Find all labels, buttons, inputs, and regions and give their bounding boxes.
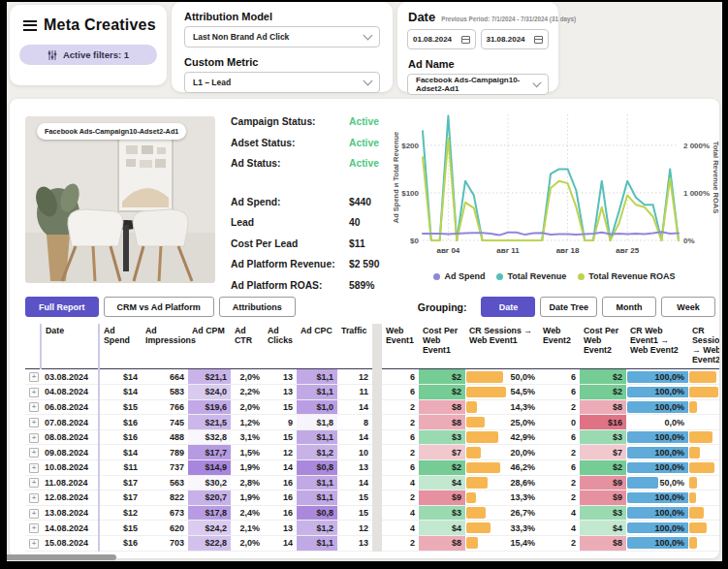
table-cell-cost1: $7 — [419, 445, 465, 460]
expand-row-icon[interactable]: + — [29, 478, 39, 488]
table-cell-cpm: $32,8 — [188, 429, 231, 445]
pane-divider — [372, 475, 382, 490]
table-cell-crw: 100,0% — [626, 369, 688, 385]
table-cell-clicks: 13 — [264, 385, 297, 400]
legend-item-ad-spend[interactable]: Ad Spend — [433, 271, 485, 281]
status-badge: Active — [349, 158, 394, 169]
stat-row: Ad Platform Revenue:$2 590 — [231, 259, 394, 280]
table-cell-we1: 2 — [382, 490, 419, 506]
table-row: +04.08.2024$14583$24,02,2%13$1,1116$254,… — [25, 385, 719, 400]
tab-attributions[interactable]: Attributions — [219, 297, 296, 317]
attribution-model-select[interactable]: Last Non Brand Ad Click — [184, 26, 380, 47]
table-cell-crw: 100,0% — [626, 551, 688, 552]
cell-value: 100,0% — [654, 492, 684, 502]
grouping-week[interactable]: Week — [661, 297, 715, 317]
expand-row-icon[interactable]: + — [29, 418, 39, 427]
table-cell-crw: 100,0% — [626, 460, 688, 476]
expand-row-icon[interactable]: + — [29, 372, 39, 382]
active-filters-chip[interactable]: Active filters: 1 — [19, 45, 157, 65]
expand-row-icon[interactable]: + — [29, 402, 39, 412]
svg-text:2 000%: 2 000% — [683, 142, 710, 150]
legend-dot — [496, 273, 503, 280]
stat-row: Ad Spend:$440 — [231, 197, 394, 218]
cell-value: 100,0% — [654, 432, 684, 442]
value-bar — [466, 492, 476, 504]
table-cell-we2: 2 — [539, 551, 580, 552]
date-label: Date — [408, 10, 435, 24]
table-cell-cpc: $0,8 — [297, 505, 337, 521]
column-header: Ad CPC — [297, 324, 337, 369]
tab-crm-vs-ad-platform[interactable]: CRM vs Ad Platform — [104, 297, 214, 317]
cell-value: 0,0% — [664, 418, 684, 427]
pane-divider — [372, 505, 382, 521]
expand-row-icon[interactable]: + — [29, 388, 39, 397]
ad-name-select[interactable]: Facebook Ads-Campaign10-Adset2-Ad1 — [407, 74, 549, 95]
table-cell-cpm: $20,7 — [188, 490, 231, 506]
table-cell-impressions: 620 — [142, 521, 188, 536]
table-cell-cost2: $2 — [580, 460, 626, 476]
expand-row-icon[interactable]: + — [29, 539, 39, 549]
stat-value: 589% — [349, 280, 394, 291]
date-from-input[interactable]: 01.08.2024 — [407, 29, 476, 49]
table-cell-date: 04.08.2024 — [41, 385, 99, 400]
table-cell-impressions: 539 — [142, 551, 188, 552]
expand-row-icon[interactable]: + — [29, 509, 39, 519]
table-cell-cr1: 20,0% — [465, 445, 539, 460]
pane-divider — [372, 535, 382, 551]
table-cell-ctr: 1,2% — [231, 415, 264, 430]
grouping-date[interactable]: Date — [481, 297, 535, 317]
chart-legend: Ad SpendTotal RevenueTotal Revenue ROAS — [390, 271, 719, 281]
table-cell-cr2: 50 — [688, 369, 719, 385]
stat-label: Ad Status: — [231, 158, 281, 169]
report-tabs: Full ReportCRM vs Ad PlatformAttribution… — [25, 297, 301, 317]
table-cell-traffic: 8 — [337, 415, 372, 430]
legend-item-total-revenue-roas[interactable]: Total Revenue ROAS — [578, 271, 675, 281]
table-cell-traffic: 14 — [337, 475, 372, 490]
creative-scene — [25, 116, 215, 283]
chevron-down-icon — [364, 31, 373, 41]
date-to-input[interactable]: 31.08.2024 — [481, 29, 550, 49]
table-cell-cpm: $19,6 — [188, 399, 231, 415]
expand-row-icon[interactable]: + — [29, 433, 39, 443]
expand-row-icon[interactable]: + — [29, 448, 39, 458]
legend-item-total-revenue[interactable]: Total Revenue — [496, 271, 566, 281]
table-row: +14.08.2024$15620$24,22,1%13$1,2124$433,… — [25, 521, 719, 536]
menu-icon[interactable] — [23, 20, 37, 31]
expand-row-icon[interactable]: + — [29, 493, 39, 503]
value-bar — [466, 507, 486, 519]
table-cell-traffic: 14 — [337, 429, 372, 445]
table-cell-clicks: 13 — [264, 369, 297, 385]
column-header: CR Sessions → Web Event1 — [465, 324, 539, 369]
table-cell-crw: 100,0% — [626, 429, 688, 445]
svg-text:авг 04: авг 04 — [436, 246, 459, 255]
pane-divider — [372, 460, 382, 476]
calendar-icon[interactable] — [534, 35, 543, 44]
value-bar — [689, 537, 697, 549]
stat-label: Cost Per Lead — [231, 238, 298, 249]
table-cell-impressions: 583 — [142, 385, 188, 400]
table-cell-clicks: 12 — [264, 445, 297, 460]
calendar-icon[interactable] — [461, 35, 470, 44]
horizontal-scrollbar[interactable] — [7, 554, 116, 560]
grouping-date-tree[interactable]: Date Tree — [540, 297, 597, 317]
column-header: Ad Clicks — [264, 324, 297, 369]
grouping-buttons: DateDate TreeMonthWeek — [476, 297, 715, 317]
table-cell-cr2: 15 — [688, 535, 719, 551]
table-cell-clicks: 19 — [264, 551, 297, 552]
cell-value: 100,0% — [654, 387, 684, 396]
value-bar — [466, 522, 491, 534]
table-cell-traffic: 14 — [337, 399, 372, 415]
table-cell-ctr: 2,2% — [231, 385, 264, 400]
cell-value: 15,4% — [510, 538, 535, 548]
tab-full-report[interactable]: Full Report — [25, 297, 99, 317]
custom-metric-select[interactable]: L1 – Lead — [184, 72, 380, 93]
value-bar — [689, 522, 707, 534]
expand-row-icon[interactable]: + — [29, 463, 39, 473]
svg-text:Total Revenue ROAS: Total Revenue ROAS — [712, 142, 719, 213]
table-cell-impressions: 766 — [142, 399, 188, 415]
grouping-month[interactable]: Month — [602, 297, 656, 317]
value-bar — [689, 447, 700, 458]
table-cell-date: 13.08.2024 — [41, 505, 99, 521]
expand-row-icon[interactable]: + — [29, 523, 39, 533]
value-bar — [689, 477, 697, 489]
